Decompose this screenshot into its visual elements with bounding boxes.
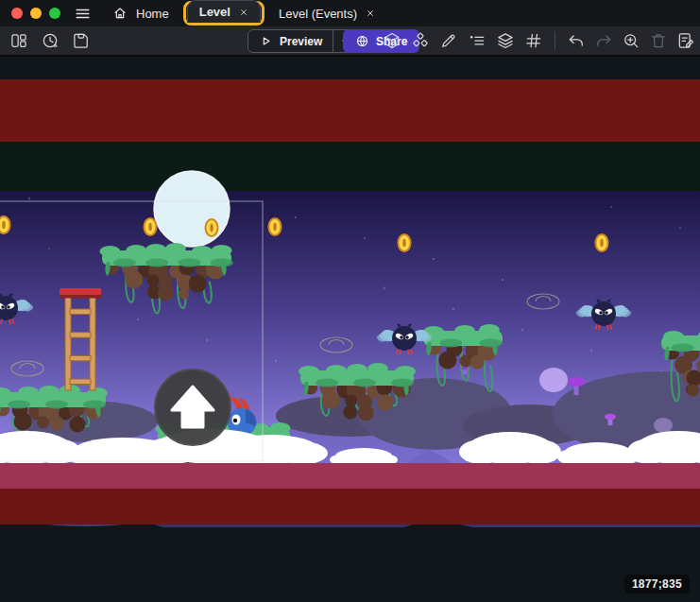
bat-pupil	[405, 335, 409, 339]
bat-pupil	[599, 311, 603, 315]
bat-pupil	[400, 335, 403, 339]
grass-shadow	[316, 379, 338, 387]
history-icon[interactable]	[41, 31, 60, 50]
star	[502, 279, 504, 281]
grass-tuft	[395, 366, 416, 377]
star	[521, 329, 524, 332]
dirt-clump	[358, 405, 374, 421]
tab-level-events-close-icon[interactable]	[366, 9, 375, 18]
moon[interactable]	[154, 171, 230, 247]
traffic-lights	[11, 8, 60, 19]
pencil-icon[interactable]	[439, 31, 458, 50]
toolbar-divider	[555, 31, 555, 50]
cube-3d-icon[interactable]	[383, 31, 401, 50]
dirt-clump	[179, 289, 189, 300]
ladder-cap	[60, 288, 101, 295]
grass-shadow	[145, 259, 168, 267]
coin-slot	[210, 224, 213, 232]
glow-blob	[539, 368, 568, 392]
coin[interactable]	[206, 219, 218, 236]
tab-home[interactable]: Home	[101, 1, 180, 26]
cloud-puff	[557, 449, 592, 465]
grass-tuft	[663, 331, 684, 342]
close-window-button[interactable]	[11, 8, 23, 19]
scene-bottom-red-band	[0, 489, 700, 525]
scene-editor-canvas[interactable]: 1877;835	[0, 57, 700, 602]
coin[interactable]	[269, 218, 282, 235]
dirt-clump	[343, 405, 357, 420]
star	[206, 339, 208, 341]
tab-level-label: Level	[199, 5, 230, 19]
coin-slot	[402, 239, 406, 247]
grass-tuft	[479, 324, 500, 335]
play-icon	[259, 34, 273, 48]
dirt-clump	[687, 385, 699, 397]
main-menu-icon[interactable]	[74, 5, 92, 23]
grass-tuft	[326, 365, 347, 376]
coin[interactable]	[145, 218, 157, 235]
preview-button[interactable]: Preview	[248, 29, 357, 53]
jump-control-button[interactable]	[155, 370, 230, 445]
tutorial-highlight-box: Level	[183, 1, 265, 26]
star	[384, 287, 386, 290]
zoom-window-button[interactable]	[49, 8, 60, 19]
scene-top-red-band	[0, 79, 700, 142]
star	[364, 237, 366, 239]
save-icon[interactable]	[72, 31, 91, 50]
minimize-window-button[interactable]	[30, 8, 42, 19]
bat-pupil	[1, 305, 5, 309]
ladder-rung	[70, 309, 91, 315]
star	[452, 308, 455, 311]
cloud-puff	[279, 442, 328, 465]
coin[interactable]	[596, 234, 608, 251]
preview-button-main[interactable]: Preview	[248, 30, 333, 52]
cursor-coordinates-badge: 1877;835	[624, 575, 690, 593]
bat-pupil	[605, 311, 608, 315]
objects-icon[interactable]	[411, 31, 430, 50]
layers-icon[interactable]	[496, 31, 515, 50]
dirt-clump	[14, 413, 32, 431]
ladder-rung	[70, 379, 91, 385]
toolbar-edit-icons	[383, 31, 543, 50]
toolbar-left-icons	[9, 26, 91, 55]
undo-icon[interactable]	[567, 31, 586, 50]
title-tab-bar: Home Level Level (Events)	[0, 0, 700, 26]
dirt-clump	[69, 417, 85, 433]
grass-tuft	[165, 243, 186, 254]
edit-properties-icon[interactable]	[676, 31, 695, 50]
star	[275, 360, 277, 362]
star	[48, 248, 50, 249]
panels-icon[interactable]	[9, 31, 28, 50]
tab-level-events-label: Level (Events)	[279, 7, 357, 21]
coin[interactable]	[0, 216, 10, 233]
toolbar-history-icons	[567, 31, 695, 50]
dirt-clump	[158, 285, 174, 301]
star	[28, 198, 31, 200]
star	[679, 227, 681, 229]
dirt-clump	[345, 395, 357, 407]
star	[590, 350, 593, 353]
tab-level-events[interactable]: Level (Events)	[267, 1, 386, 26]
grass-tuft	[18, 387, 39, 398]
tab-level[interactable]: Level	[187, 0, 261, 23]
tab-level-close-icon[interactable]	[239, 8, 248, 17]
star	[137, 318, 139, 320]
toolbar-right-icons	[383, 26, 695, 55]
coin[interactable]	[399, 234, 411, 251]
scene-svg	[0, 142, 700, 527]
zoom-in-icon[interactable]	[622, 31, 640, 50]
dirt-clump	[50, 417, 64, 431]
grass-shadow	[178, 259, 200, 267]
dirt-clump	[438, 352, 456, 370]
trash-icon	[649, 31, 668, 50]
grass-tuft	[39, 386, 60, 397]
grass-tuft	[269, 422, 290, 434]
instances-list-icon[interactable]	[468, 31, 487, 50]
grass-tuft	[299, 366, 319, 377]
dirt-clump	[322, 391, 340, 409]
grass-tuft	[347, 364, 367, 375]
grass-tuft	[99, 246, 120, 257]
coin-slot	[600, 239, 604, 247]
editor-toolbar: Preview Share	[0, 26, 700, 57]
grid-icon[interactable]	[524, 31, 543, 50]
